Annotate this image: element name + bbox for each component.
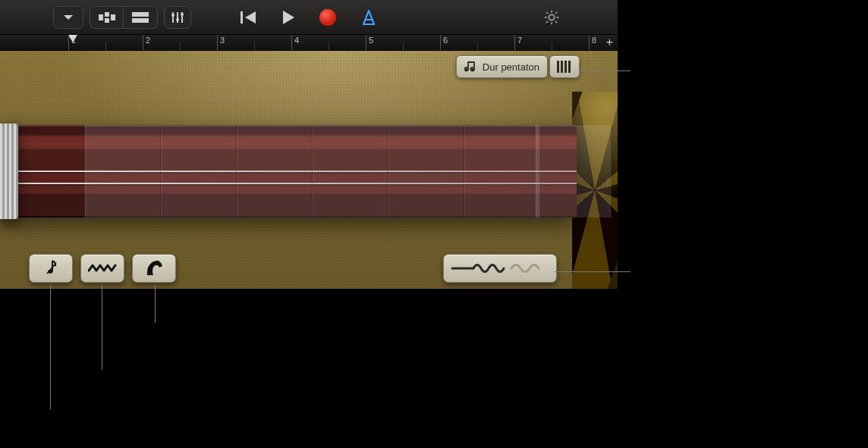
transport-controls — [241, 9, 377, 26]
chevron-down-icon — [63, 14, 74, 21]
ruler-bar: 8 — [589, 35, 596, 50]
fret-zone[interactable] — [313, 125, 388, 218]
scale-label: Dur pentaton — [483, 61, 539, 73]
callout-line — [579, 70, 631, 71]
topbar — [0, 0, 618, 35]
ruler-bar: 3 — [217, 35, 225, 50]
fret-zone[interactable] — [237, 125, 313, 218]
svg-rect-15 — [565, 61, 567, 73]
ruler-beat — [329, 42, 332, 50]
sliders-icon — [171, 11, 184, 24]
gear-icon — [543, 9, 560, 26]
svg-point-11 — [465, 68, 468, 71]
tracks-view-icon — [99, 12, 115, 23]
timeline-ruler[interactable]: 12345678 + — [0, 35, 618, 51]
ruler-beat — [403, 42, 406, 50]
svg-rect-3 — [111, 14, 115, 20]
record-button[interactable] — [319, 9, 336, 26]
svg-point-7 — [176, 18, 179, 21]
view-toggle-group — [90, 6, 158, 29]
fret-zone[interactable] — [85, 125, 161, 218]
barcode-icon — [556, 60, 573, 74]
horse-head-icon — [143, 258, 165, 278]
erhu-nut — [0, 124, 18, 219]
svg-rect-0 — [99, 14, 103, 20]
svg-rect-13 — [557, 61, 559, 73]
callout-line — [155, 285, 156, 323]
ruler-bar: 6 — [440, 35, 448, 50]
svg-point-10 — [549, 14, 554, 20]
svg-point-6 — [171, 14, 175, 17]
glissando-button[interactable] — [132, 254, 176, 283]
fret-zone[interactable] — [464, 125, 540, 218]
svg-rect-5 — [132, 18, 149, 23]
settings-button[interactable] — [540, 6, 563, 29]
fret-zone[interactable] — [536, 125, 612, 218]
ruler-bar: 1 — [68, 35, 76, 50]
svg-rect-9 — [241, 11, 243, 23]
scale-button[interactable]: Dur pentaton — [456, 55, 548, 78]
pitch-wave-icon — [451, 260, 549, 277]
grid-view-icon — [132, 12, 149, 23]
mixer-button[interactable] — [164, 6, 191, 29]
ruler-bar: 5 — [366, 35, 373, 50]
articulation-buttons — [29, 254, 176, 283]
metronome-button[interactable] — [360, 9, 377, 26]
grace-note-button[interactable] — [29, 254, 73, 283]
view-toggle-tracks[interactable] — [90, 6, 124, 29]
svg-rect-2 — [105, 18, 109, 23]
ruler-bar: 2 — [143, 35, 150, 50]
play-icon — [281, 10, 295, 25]
callout-line — [50, 285, 51, 409]
toolbar-menu-button[interactable] — [53, 6, 83, 29]
callout-line — [102, 285, 102, 370]
svg-rect-16 — [568, 61, 571, 73]
grace-note-icon — [42, 258, 59, 278]
instrument-stage: Dur pentaton — [0, 51, 618, 289]
svg-rect-4 — [132, 12, 149, 17]
ruler-beat — [180, 42, 183, 50]
view-toggle-grid[interactable] — [124, 6, 157, 29]
go-to-start-button[interactable] — [241, 11, 257, 24]
trill-button[interactable] — [80, 254, 124, 283]
ruler-beat — [552, 42, 555, 50]
ruler-beat — [254, 42, 257, 50]
play-button[interactable] — [281, 10, 295, 25]
metronome-icon — [360, 9, 377, 26]
callout-line — [555, 271, 631, 272]
prev-track-icon — [241, 11, 257, 24]
record-icon — [319, 9, 336, 26]
keyboard-layout-button[interactable] — [549, 55, 580, 78]
pitch-slider[interactable] — [443, 254, 557, 283]
eighth-notes-icon — [464, 61, 478, 73]
trill-wave-icon — [88, 263, 117, 274]
ruler-beat — [477, 42, 480, 50]
svg-rect-1 — [105, 12, 109, 17]
garageband-erhu-screen: 12345678 + Dur pentaton — [0, 0, 618, 289]
svg-rect-14 — [561, 61, 563, 73]
ruler-bar: 7 — [514, 35, 522, 50]
fret-zone[interactable] — [388, 125, 464, 218]
ruler-beat — [105, 42, 108, 50]
fret-zone[interactable] — [161, 125, 237, 218]
ruler-bar: 4 — [291, 35, 299, 50]
add-section-button[interactable]: + — [606, 36, 613, 49]
svg-point-12 — [471, 68, 474, 71]
svg-point-8 — [181, 13, 184, 16]
